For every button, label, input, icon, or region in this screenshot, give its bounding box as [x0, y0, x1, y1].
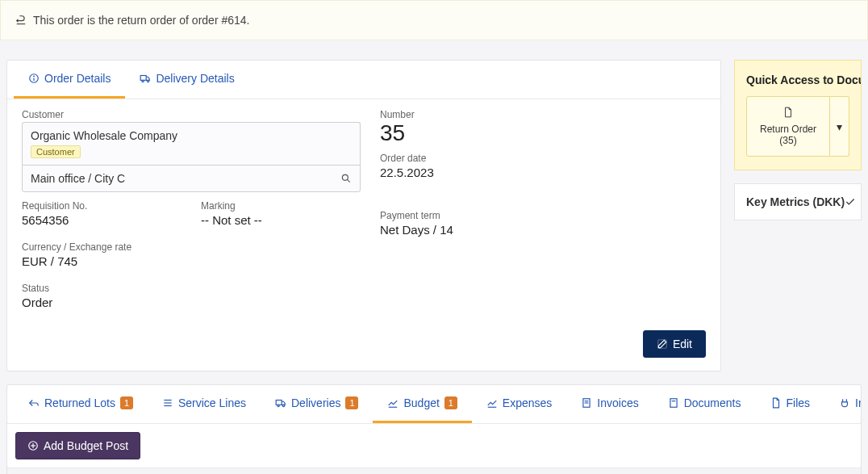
truck-icon	[275, 396, 286, 409]
badge: 1	[120, 396, 133, 409]
return-order-tile[interactable]: Return Order (35)	[746, 96, 830, 157]
svg-line-8	[347, 179, 349, 182]
tab-expenses[interactable]: Expenses	[472, 385, 566, 423]
invoice-icon	[581, 396, 592, 409]
tile-dropdown-toggle[interactable]: ▾	[830, 96, 849, 157]
tab-budget[interactable]: Budget 1	[373, 385, 471, 423]
number-value: 35	[380, 120, 405, 145]
tab-returned-lots[interactable]: Returned Lots 1	[14, 385, 148, 423]
tab-service-lines[interactable]: Service Lines	[148, 385, 261, 423]
customer-pill: Customer	[31, 145, 81, 158]
info-icon	[28, 72, 40, 85]
tab-label: Documents	[684, 396, 741, 409]
search-icon[interactable]	[340, 172, 352, 185]
metrics-title: Key Metrics (DKK)	[746, 195, 845, 208]
tab-label: Integration Logs	[855, 396, 861, 409]
customer-label: Customer	[22, 109, 361, 120]
requisition-label: Requisition No.	[22, 200, 182, 212]
caret-down-icon: ▾	[837, 120, 842, 133]
check-icon	[845, 195, 856, 208]
tab-delivery-details[interactable]: Delivery Details	[125, 61, 248, 99]
tab-label: Invoices	[597, 396, 638, 409]
marking-label: Marking	[201, 200, 361, 212]
add-budget-post-button[interactable]: Add Budget Post	[15, 432, 140, 459]
return-order-notice: This order is the return order of order …	[0, 0, 868, 40]
status-label: Status	[22, 283, 182, 294]
customer-input[interactable]: Organic Wholesale Company Customer	[22, 122, 361, 165]
tab-documents[interactable]: Documents	[653, 385, 756, 423]
svg-point-14	[278, 405, 279, 406]
tab-label: Files	[787, 396, 811, 409]
chart-icon	[387, 396, 399, 409]
order-date-value: 22.5.2023	[380, 166, 434, 179]
marking-value: -- Not set --	[201, 213, 262, 227]
add-label: Add Budget Post	[44, 439, 128, 452]
return-icon	[15, 14, 27, 27]
svg-point-6	[148, 80, 149, 82]
svg-rect-4	[141, 76, 147, 81]
svg-point-15	[282, 405, 284, 406]
tab-label: Budget	[403, 396, 439, 409]
status-value: Order	[22, 296, 52, 309]
customer-location: Main office / City C	[31, 172, 125, 185]
svg-rect-13	[276, 401, 282, 405]
edit-label: Edit	[673, 338, 692, 350]
pdf-icon	[752, 107, 824, 119]
notice-text: This order is the return order of order …	[33, 14, 249, 27]
quick-access-title: Quick Access to Documents	[746, 73, 849, 86]
list-icon	[162, 396, 173, 409]
tab-label: Delivery Details	[156, 72, 234, 85]
tab-label: Returned Lots	[44, 396, 115, 409]
tab-label: Service Lines	[178, 396, 246, 409]
currency-value: EUR / 745	[22, 254, 77, 268]
edit-icon	[657, 338, 668, 350]
tab-label: Order Details	[44, 72, 111, 85]
number-label: Number	[380, 109, 706, 120]
payment-value: Net Days / 14	[380, 223, 453, 237]
chart-icon	[486, 396, 498, 409]
badge: 1	[444, 396, 457, 409]
requisition-value: 5654356	[22, 213, 69, 227]
key-metrics-panel[interactable]: Key Metrics (DKK)	[734, 183, 862, 220]
tab-integration-logs[interactable]: Integration Logs	[824, 385, 861, 423]
tab-deliveries[interactable]: Deliveries 1	[261, 385, 373, 423]
lower-tabs: Returned Lots 1 Service Lines Deliveries…	[7, 385, 861, 424]
tab-label: Expenses	[503, 396, 552, 409]
customer-name: Organic Wholesale Company	[31, 129, 352, 142]
tab-files[interactable]: Files	[756, 385, 825, 423]
truck-icon	[140, 72, 151, 85]
document-icon	[668, 396, 679, 409]
file-icon	[770, 396, 782, 409]
tab-label: Deliveries	[291, 396, 340, 409]
tab-invoices[interactable]: Invoices	[566, 385, 653, 423]
tab-order-details[interactable]: Order Details	[14, 61, 125, 99]
budget-table-header: Memo Category	[7, 468, 861, 474]
edit-button[interactable]: Edit	[643, 330, 706, 358]
svg-point-3	[34, 76, 35, 77]
plug-icon	[839, 396, 850, 409]
customer-location-input[interactable]: Main office / City C	[22, 165, 361, 192]
svg-rect-21	[670, 399, 677, 408]
badge: 1	[345, 396, 358, 409]
currency-label: Currency / Exchange rate	[22, 241, 182, 253]
return-icon	[28, 396, 40, 409]
payment-label: Payment term	[380, 210, 706, 221]
quick-access-panel: Quick Access to Documents Return Order (…	[734, 60, 862, 170]
svg-point-7	[342, 174, 348, 180]
tile-label: Return Order (35)	[752, 124, 824, 146]
svg-point-5	[142, 80, 144, 82]
order-date-label: Order date	[380, 153, 706, 164]
plus-icon	[27, 439, 39, 452]
detail-tabs: Order Details Delivery Details	[7, 61, 720, 99]
